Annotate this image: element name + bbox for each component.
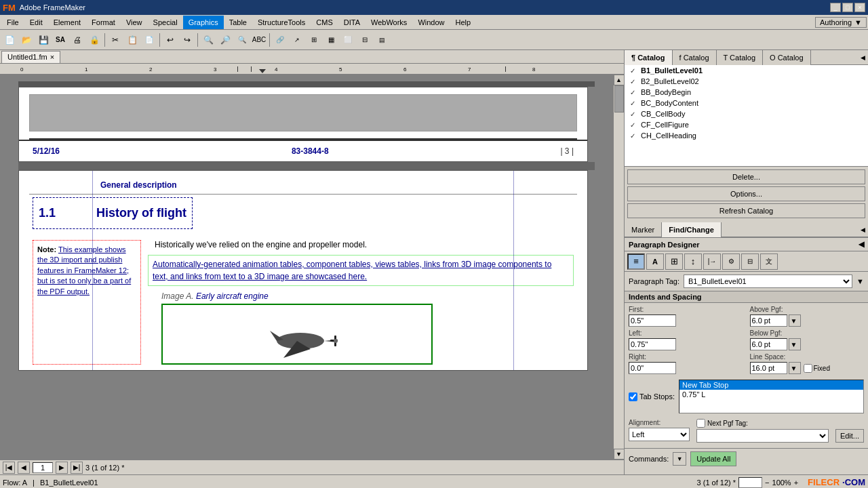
first-page-btn[interactable]: |◀ [3, 462, 15, 474]
menu-webworks[interactable]: WebWorks [366, 16, 412, 29]
menu-cms[interactable]: CMS [311, 16, 338, 29]
tab-stop-1[interactable]: 0.75" L [679, 390, 863, 399]
below-input[interactable] [750, 338, 787, 350]
zoom-input[interactable]: 5 [738, 477, 762, 488]
tab-stop-0[interactable]: New Tab Stop [679, 380, 863, 390]
graphics-btn[interactable]: ▦ [323, 32, 339, 48]
para-tool-advanced[interactable]: ⚙ [722, 253, 740, 270]
para-tool-align[interactable]: ⊞ [665, 253, 683, 270]
menu-structuretools[interactable]: StructureTools [252, 16, 311, 29]
menu-file[interactable]: File [1, 16, 24, 29]
scroll-down-btn[interactable]: ▼ [614, 449, 625, 460]
menu-graphics[interactable]: Graphics [183, 16, 224, 29]
tab-object-catalog[interactable]: O Catalog [763, 50, 811, 65]
lock-btn[interactable]: 🔒 [86, 32, 102, 48]
scroll-track[interactable] [614, 85, 624, 449]
find-btn[interactable]: 🔍 [234, 32, 250, 48]
para-tool-spacing[interactable]: ↕ [684, 253, 702, 270]
cat-item-0[interactable]: ✓ B1_BulletLevel01 [625, 65, 868, 76]
para-tag-select[interactable]: B1_BulletLevel01 [684, 274, 852, 288]
next-pgf-checkbox[interactable] [696, 419, 705, 428]
update-all-btn[interactable]: Update All [690, 451, 736, 466]
refresh-catalog-btn[interactable]: Refresh Catalog [627, 203, 865, 218]
menu-table[interactable]: Table [224, 16, 252, 29]
view-modes-btn[interactable]: ⊟ [357, 32, 373, 48]
prev-page-btn[interactable]: ◀ [18, 462, 30, 474]
print-btn[interactable]: 🖨 [69, 32, 85, 48]
doc-scroll-area[interactable]: 5/12/16 83-3844-8 | 3 | [0, 75, 613, 460]
page-number-input[interactable]: 1 [33, 462, 53, 473]
commands-dropdown[interactable]: ▼ [673, 452, 686, 466]
scroll-thumb[interactable] [614, 85, 624, 113]
redo-btn[interactable]: ↪ [179, 32, 195, 48]
fixed-checkbox[interactable] [804, 364, 812, 373]
cut-btn[interactable]: ✂ [107, 32, 123, 48]
anchored-frame-btn[interactable]: ⬜ [340, 32, 356, 48]
cat-item-2[interactable]: ✓ BB_BodyBegin [625, 87, 868, 98]
menu-special[interactable]: Special [148, 16, 183, 29]
left-input[interactable] [629, 338, 676, 350]
authoring-dropdown[interactable]: Authoring ▼ [815, 17, 867, 28]
alignment-select[interactable]: Left [629, 428, 690, 441]
table-btn[interactable]: ⊞ [306, 32, 322, 48]
vertical-scrollbar[interactable]: ▲ ▼ [613, 75, 624, 460]
marker-tabs-collapse[interactable]: ◀ [857, 222, 868, 237]
image-caption-link[interactable]: Early aircraft engine [196, 291, 269, 301]
above-input[interactable] [750, 314, 787, 327]
copy-btn[interactable]: 📋 [124, 32, 140, 48]
hyperlink-btn[interactable]: 🔗 [272, 32, 288, 48]
above-dropdown[interactable]: ▼ [789, 314, 801, 327]
close-btn[interactable]: × [854, 3, 865, 12]
linespace-input[interactable] [750, 362, 787, 374]
paste-btn[interactable]: 📄 [141, 32, 157, 48]
doc-tab-untitled[interactable]: Untitled1.fm × [1, 51, 60, 63]
save-as-btn[interactable]: SA [52, 32, 68, 48]
options-btn[interactable]: Options... [627, 186, 865, 201]
below-dropdown[interactable]: ▼ [789, 338, 801, 350]
tab-stops-list[interactable]: New Tab Stop 0.75" L [679, 380, 864, 413]
menu-view[interactable]: View [121, 16, 148, 29]
cat-item-4[interactable]: ✓ CB_CellBody [625, 108, 868, 119]
tab-marker[interactable]: Marker [625, 222, 662, 237]
last-page-btn[interactable]: ▶| [71, 462, 83, 474]
open-btn[interactable]: 📂 [18, 32, 35, 48]
tab-para-catalog[interactable]: ¶ Catalog [625, 50, 673, 65]
menu-element[interactable]: Element [48, 16, 86, 29]
delete-btn[interactable]: Delete... [627, 169, 865, 184]
zoom-in-btn[interactable]: 🔍 [200, 32, 216, 48]
new-doc-btn[interactable]: 📄 [1, 32, 18, 48]
maximize-btn[interactable]: □ [842, 3, 853, 12]
linespace-dropdown[interactable]: ▼ [789, 362, 801, 374]
zoom-out-btn[interactable]: 🔎 [217, 32, 233, 48]
next-pgf-select[interactable] [696, 429, 829, 443]
menu-edit[interactable]: Edit [24, 16, 48, 29]
tab-find-change[interactable]: Find/Change [662, 222, 722, 237]
first-input[interactable] [629, 314, 676, 327]
zoom-in-icon[interactable]: + [794, 479, 798, 487]
edit-btn[interactable]: Edit... [835, 429, 864, 443]
catalog-list[interactable]: ✓ B1_BulletLevel01 ✓ B2_BulletLevel02 ✓ … [625, 65, 868, 167]
tab-stops-toggle[interactable] [629, 392, 637, 401]
para-designer-collapse[interactable]: ◀ [859, 240, 864, 249]
right-input[interactable] [629, 362, 676, 374]
cat-item-1[interactable]: ✓ B2_BulletLevel02 [625, 76, 868, 87]
tab-font-catalog[interactable]: f Catalog [673, 50, 717, 65]
tab-table-catalog[interactable]: T Catalog [717, 50, 764, 65]
cat-item-3[interactable]: ✓ BC_BodyContent [625, 98, 868, 108]
para-tool-asian[interactable]: 文 [760, 253, 778, 270]
catalog-collapse-btn[interactable]: ◀ [857, 50, 868, 65]
para-tool-tabs[interactable]: |→ [703, 253, 721, 270]
display-options-btn[interactable]: ▤ [374, 32, 390, 48]
cat-item-6[interactable]: ✓ CH_CellHeading [625, 130, 868, 141]
next-page-btn[interactable]: ▶ [56, 462, 68, 474]
spell-btn[interactable]: ABC [251, 32, 267, 48]
cross-ref-btn[interactable]: ↗ [289, 32, 305, 48]
save-btn[interactable]: 💾 [35, 32, 52, 48]
doc-tab-close[interactable]: × [50, 53, 54, 61]
minimize-btn[interactable]: _ [830, 3, 841, 12]
menu-window[interactable]: Window [412, 16, 450, 29]
cat-item-5[interactable]: ✓ CF_CellFigure [625, 119, 868, 130]
zoom-out-icon[interactable]: − [765, 479, 769, 487]
menu-help[interactable]: Help [450, 16, 477, 29]
para-tool-font[interactable]: A [646, 253, 664, 270]
